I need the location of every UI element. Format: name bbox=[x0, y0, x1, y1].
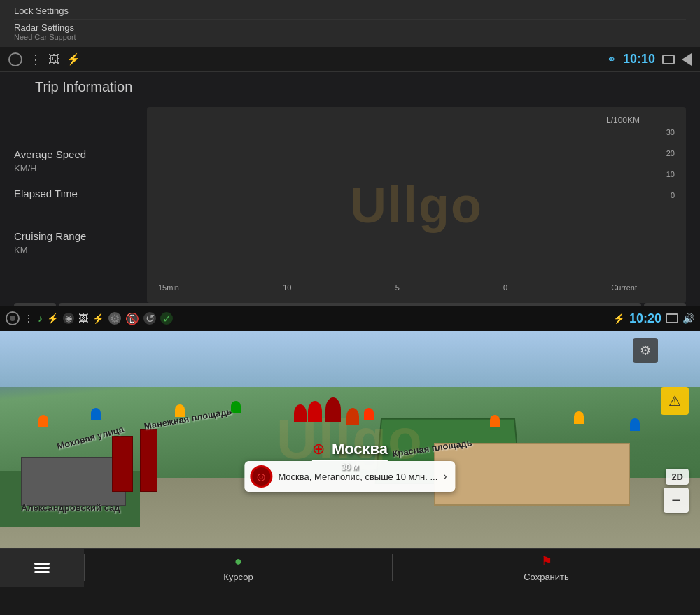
chart-label-30: 30 bbox=[666, 128, 675, 136]
chart-x-15min: 15min bbox=[158, 283, 179, 292]
zoom-out-button[interactable]: − bbox=[664, 488, 689, 513]
trip-metrics: Average Speed KM/H Elapsed Time Cruising… bbox=[14, 100, 140, 303]
dome-4 bbox=[346, 408, 359, 425]
chart-line-0 bbox=[158, 197, 644, 197]
music-icon: ♪ bbox=[38, 313, 43, 324]
chart-x-10: 10 bbox=[283, 283, 291, 292]
radar-settings-item[interactable]: Radar Settings Need Car Support bbox=[14, 20, 686, 44]
menu-button[interactable] bbox=[0, 549, 84, 587]
gallery-icon: 🖼 bbox=[48, 53, 59, 66]
chart-label-20: 20 bbox=[666, 149, 675, 157]
hamburger-icon bbox=[34, 563, 50, 573]
chart-line-10 bbox=[158, 176, 644, 176]
window-icon bbox=[662, 55, 675, 64]
dome-2 bbox=[326, 397, 341, 422]
dark-building-left bbox=[21, 457, 126, 506]
pin-yellow-2[interactable] bbox=[574, 411, 584, 424]
pin-orange-2[interactable] bbox=[490, 415, 500, 427]
connected-icon: ✓ bbox=[160, 312, 173, 325]
cruising-range-unit: KM bbox=[14, 245, 140, 255]
location-icon: ◉ bbox=[63, 313, 74, 324]
street-alexander: Александровский сад bbox=[21, 502, 120, 513]
gallery-2-icon: 🖼 bbox=[78, 313, 88, 324]
window-2-icon bbox=[666, 313, 678, 323]
avg-speed-unit: KM/H bbox=[14, 163, 140, 174]
bluetooth-icon: ⚭ bbox=[607, 52, 616, 66]
gear-icon: ⚙ bbox=[640, 343, 651, 358]
statusbar-1: ⋮ 🖼 ⚡ ⚭ 10:10 bbox=[0, 47, 700, 72]
city-label-container: ⊕ Москва 30 м bbox=[312, 440, 388, 472]
street-manezhnaya: Манежная площадь bbox=[144, 406, 233, 432]
tooltip-arrow-icon: › bbox=[443, 470, 447, 483]
dome-1 bbox=[308, 401, 322, 422]
radar-settings-title: Radar Settings bbox=[14, 22, 686, 33]
settings-bar: Lock Settings Radar Settings Need Car Su… bbox=[0, 0, 700, 47]
battery-icon: ⚡ bbox=[613, 313, 625, 324]
chart-inner: L/100KM 30 20 10 0 15min 10 5 bbox=[147, 107, 686, 303]
status-time-2: 10:20 bbox=[629, 311, 662, 326]
trip-information-panel: ⋮ 🖼 ⚡ ⚭ 10:10 Trip Information Average S… bbox=[0, 47, 700, 306]
save-label: Сохранить bbox=[524, 572, 569, 582]
more-options-2-icon[interactable]: ⋮ bbox=[24, 313, 34, 324]
navigation-panel: ⋮ ♪ ⚡ ◉ 🖼 ⚡ ⚙ 📵 ↺ ✓ ⚡ 10:20 🔊 Ullgo bbox=[0, 306, 700, 615]
save-button[interactable]: ⚑ Сохранить bbox=[393, 549, 700, 587]
chart-line-30 bbox=[158, 134, 644, 134]
trip-info-title: Trip Information bbox=[35, 79, 132, 95]
settings-circle-icon: ⚙ bbox=[108, 312, 121, 325]
chart-x-labels: 15min 10 5 0 Current bbox=[158, 283, 637, 292]
cursor-dot-icon: ● bbox=[234, 554, 242, 569]
chart-x-0: 0 bbox=[503, 283, 507, 292]
city-name: Москва bbox=[332, 440, 388, 458]
map-settings-btn[interactable]: ⚙ bbox=[633, 338, 658, 363]
usb-icon: ⚡ bbox=[66, 52, 80, 66]
statusbar-2: ⋮ ♪ ⚡ ◉ 🖼 ⚡ ⚙ 📵 ↺ ✓ ⚡ 10:20 🔊 bbox=[0, 306, 700, 331]
avg-speed-label: Average Speed bbox=[14, 148, 140, 160]
trip-content-area: Average Speed KM/H Elapsed Time Cruising… bbox=[0, 93, 700, 303]
more-options-icon[interactable]: ⋮ bbox=[29, 52, 41, 67]
menu-line-3 bbox=[34, 571, 50, 573]
trip-chart: Ullgo L/100KM 30 20 10 0 15mi bbox=[147, 107, 686, 303]
pin-green-1[interactable] bbox=[231, 401, 241, 413]
cruising-range-label: Cruising Range bbox=[14, 230, 140, 242]
menu-line-1 bbox=[34, 563, 50, 565]
large-building-right bbox=[434, 443, 630, 506]
chart-label-10: 10 bbox=[666, 170, 675, 178]
chart-label-0: 0 bbox=[671, 191, 675, 199]
cursor-label: Курсор bbox=[223, 572, 253, 582]
signal-circle-icon bbox=[6, 311, 20, 325]
lock-settings-title: Lock Settings bbox=[14, 6, 686, 16]
minus-icon: − bbox=[672, 491, 681, 509]
radar-settings-subtitle: Need Car Support bbox=[14, 33, 686, 41]
map-view[interactable]: Ullgo bbox=[0, 331, 700, 548]
chart-line-20 bbox=[158, 155, 644, 155]
elapsed-time-unit bbox=[14, 202, 140, 216]
tooltip-city-text: Москва, Мегаполис, свыше 10 млн. ... bbox=[278, 472, 438, 482]
pin-orange-1[interactable] bbox=[38, 415, 48, 427]
chart-x-5: 5 bbox=[396, 283, 400, 292]
scale-bar: 30 м bbox=[312, 460, 388, 472]
back-icon bbox=[682, 53, 692, 66]
signal-icon bbox=[8, 52, 22, 66]
kremlin-tower-2 bbox=[140, 429, 158, 492]
chart-header: L/100KM bbox=[158, 115, 640, 125]
elapsed-time-label: Elapsed Time bbox=[14, 188, 140, 199]
tooltip-city-icon bbox=[250, 465, 272, 488]
no-signal-icon: 📵 bbox=[125, 312, 139, 325]
menu-line-2 bbox=[34, 567, 50, 569]
kremlin-tower-1 bbox=[112, 436, 133, 492]
flag-icon: ⚑ bbox=[541, 553, 552, 569]
cursor-button[interactable]: ● Курсор bbox=[85, 549, 392, 587]
pin-red-1[interactable] bbox=[364, 408, 374, 420]
lock-settings-item[interactable]: Lock Settings bbox=[14, 3, 686, 20]
dome-3 bbox=[294, 404, 307, 422]
map-3d-layer: Ullgo bbox=[0, 331, 700, 548]
usb-2-icon: ⚡ bbox=[47, 313, 59, 324]
pin-blue-1[interactable] bbox=[91, 408, 101, 420]
warning-sign: ⚠ bbox=[661, 387, 689, 415]
pin-blue-2[interactable] bbox=[630, 418, 640, 431]
usb-3-icon: ⚡ bbox=[92, 313, 104, 324]
2d-view-button[interactable]: 2D bbox=[666, 469, 689, 485]
status-time-1: 10:10 bbox=[623, 52, 655, 66]
city-pin-icon: ⊕ bbox=[312, 440, 325, 458]
volume-icon: 🔊 bbox=[682, 313, 694, 324]
